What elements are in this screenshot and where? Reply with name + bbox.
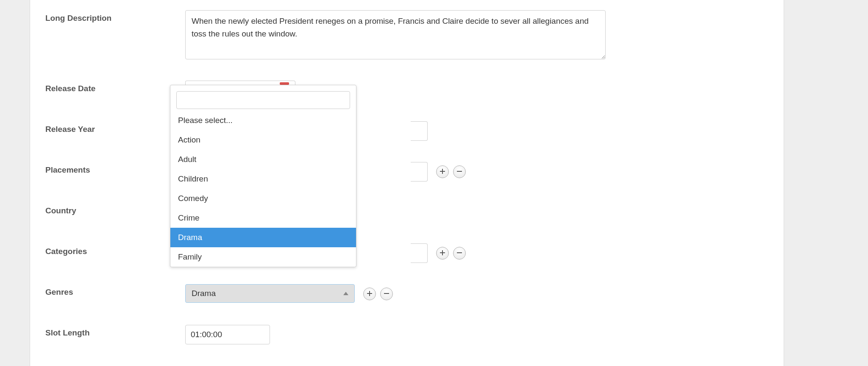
genres-remove-button[interactable] (380, 288, 393, 300)
genres-dropdown[interactable]: Please select...ActionAdultChildrenComed… (170, 85, 356, 267)
chevron-up-icon (343, 292, 348, 295)
plus-icon (367, 291, 373, 298)
minus-icon (456, 168, 462, 176)
categories-remove-button[interactable] (453, 247, 466, 260)
dropdown-option[interactable]: Children (170, 169, 356, 189)
row-slot-length: Slot Length (45, 325, 768, 344)
categories-input-partial[interactable] (411, 243, 428, 263)
row-placements: Placements (45, 162, 768, 182)
label-release-date: Release Date (45, 81, 185, 93)
label-categories: Categories (45, 243, 185, 256)
dropdown-option[interactable]: Please select... (170, 111, 356, 130)
row-release-year: Release Year (45, 121, 768, 141)
label-placements: Placements (45, 162, 185, 175)
row-release-date: Release Date (45, 81, 768, 100)
genres-select[interactable]: Drama (185, 284, 355, 303)
categories-add-button[interactable] (436, 247, 449, 260)
minus-icon (384, 291, 389, 298)
dropdown-option[interactable]: Family (170, 247, 356, 267)
form-panel: Long Description Release Date Release Ye… (30, 0, 784, 366)
row-long-description: Long Description (45, 10, 768, 59)
row-genres: Genres Drama (45, 284, 768, 304)
placements-input-partial[interactable] (411, 162, 428, 182)
plus-icon (440, 168, 445, 176)
label-country: Country (45, 203, 185, 215)
label-release-year: Release Year (45, 121, 185, 134)
label-slot-length: Slot Length (45, 325, 185, 338)
dropdown-option[interactable]: Drama (170, 228, 356, 247)
placements-add-button[interactable] (436, 165, 449, 178)
dropdown-search-input[interactable] (176, 91, 350, 109)
genres-selected-value: Drama (192, 289, 216, 298)
long-description-textarea[interactable] (185, 10, 606, 59)
genres-add-button[interactable] (363, 288, 376, 300)
row-country: Country (45, 203, 768, 222)
dropdown-option[interactable]: Adult (170, 150, 356, 169)
release-year-input-partial[interactable] (411, 121, 428, 141)
label-genres: Genres (45, 284, 185, 297)
row-categories: Categories (45, 243, 768, 263)
label-long-description: Long Description (45, 10, 185, 23)
dropdown-option[interactable]: Crime (170, 208, 356, 228)
slot-length-input[interactable] (185, 325, 270, 344)
minus-icon (456, 250, 462, 257)
dropdown-search-wrap (170, 85, 356, 111)
placements-remove-button[interactable] (453, 165, 466, 178)
dropdown-option[interactable]: Action (170, 130, 356, 150)
dropdown-option[interactable]: Comedy (170, 189, 356, 208)
plus-icon (440, 250, 445, 257)
